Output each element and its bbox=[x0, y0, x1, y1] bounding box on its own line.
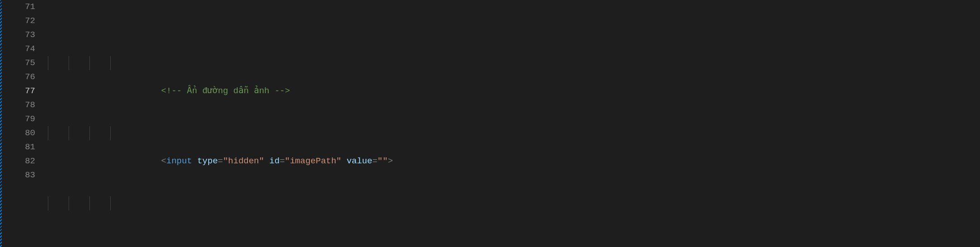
attr: type bbox=[197, 156, 218, 166]
line-number[interactable]: 78 bbox=[0, 98, 35, 112]
line-number[interactable]: 72 bbox=[0, 14, 35, 28]
attr-value: hidden bbox=[228, 156, 259, 166]
attr: id bbox=[269, 156, 280, 166]
comment-open: <!-- bbox=[161, 86, 182, 96]
code-line[interactable]: <input type="hidden" id="imagePath" valu… bbox=[48, 126, 980, 140]
attr: value bbox=[346, 156, 372, 166]
comment-text: Ẩn đường dẫn ảnh bbox=[182, 86, 274, 96]
line-number-active[interactable]: 77 bbox=[0, 84, 35, 98]
line-number[interactable]: 71 bbox=[0, 0, 35, 14]
gutter: 71 72 73 74 75 76 77 78 79 80 81 82 83 bbox=[0, 0, 48, 247]
line-number[interactable]: 83 bbox=[0, 168, 35, 182]
code-line[interactable] bbox=[48, 196, 980, 210]
line-number[interactable]: 74 bbox=[0, 42, 35, 56]
line-number[interactable]: 81 bbox=[0, 140, 35, 154]
code-editor: 71 72 73 74 75 76 77 78 79 80 81 82 83 <… bbox=[0, 0, 980, 247]
line-number[interactable]: 73 bbox=[0, 28, 35, 42]
line-number[interactable]: 82 bbox=[0, 154, 35, 168]
tag-name: input bbox=[166, 156, 192, 166]
attr-value: imagePath bbox=[290, 156, 336, 166]
change-indicator bbox=[0, 0, 2, 247]
line-numbers: 71 72 73 74 75 76 77 78 79 80 81 82 83 bbox=[0, 0, 48, 182]
line-number[interactable]: 75 bbox=[0, 56, 35, 70]
comment-close: --> bbox=[275, 86, 290, 96]
code-line[interactable]: <!-- Ẩn đường dẫn ảnh --> bbox=[48, 56, 980, 70]
line-number[interactable]: 79 bbox=[0, 112, 35, 126]
line-number[interactable]: 76 bbox=[0, 70, 35, 84]
line-number[interactable]: 80 bbox=[0, 126, 35, 140]
code-area[interactable]: <!-- Ẩn đường dẫn ảnh --> <input type="h… bbox=[48, 0, 980, 247]
